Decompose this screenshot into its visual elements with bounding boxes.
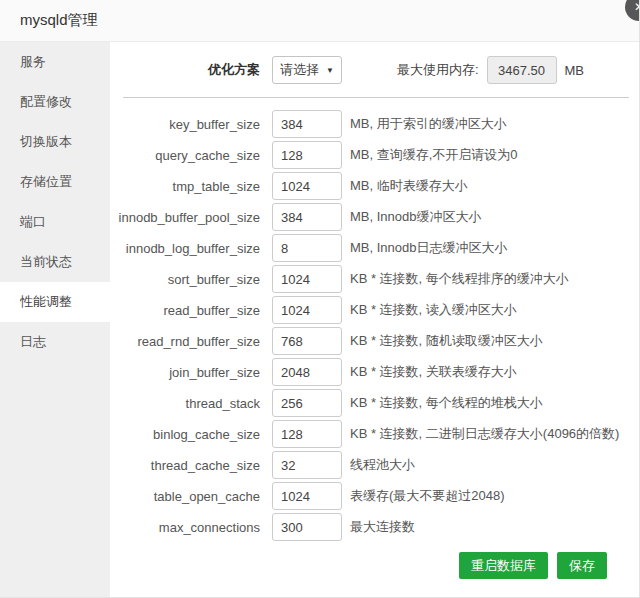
parameter-hint: MB, 用于索引的缓冲区大小 xyxy=(350,115,507,133)
parameter-row: table_open_cache 表缓存(最大不要超过2048) xyxy=(110,482,639,510)
parameter-row: query_cache_size MB, 查询缓存,不开启请设为0 xyxy=(110,141,639,169)
sidebar-item-1[interactable]: 配置修改 xyxy=(0,82,110,122)
optimizer-row: 优化方案 请选择 ▼ 最大使用内存: MB xyxy=(110,56,639,84)
parameter-row: join_buffer_size KB * 连接数, 关联表缓存大小 xyxy=(110,358,639,386)
parameter-row: sort_buffer_size KB * 连接数, 每个线程排序的缓冲大小 xyxy=(110,265,639,293)
divider xyxy=(123,97,629,98)
mysqld-manager-dialog: ✕ mysqld管理 服务配置修改切换版本存储位置端口当前状态性能调整日志 优化… xyxy=(0,0,640,598)
join_buffer_size-input[interactable] xyxy=(272,358,342,386)
optimizer-selected-value: 请选择 xyxy=(280,61,319,79)
parameter-name: tmp_table_size xyxy=(110,179,260,194)
optimizer-label: 优化方案 xyxy=(110,61,260,79)
parameter-name: read_buffer_size xyxy=(110,303,260,318)
max-memory-unit: MB xyxy=(565,63,585,78)
parameter-name: innodb_log_buffer_size xyxy=(110,241,260,256)
sidebar-item-0[interactable]: 服务 xyxy=(0,42,110,82)
parameter-name: key_buffer_size xyxy=(110,117,260,132)
parameter-row: innodb_log_buffer_size MB, Innodb日志缓冲区大小 xyxy=(110,234,639,262)
parameter-row: binlog_cache_size KB * 连接数, 二进制日志缓存大小(40… xyxy=(110,420,639,448)
parameter-name: thread_stack xyxy=(110,396,260,411)
parameter-hint: 线程池大小 xyxy=(350,456,415,474)
parameter-hint: MB, 临时表缓存大小 xyxy=(350,177,468,195)
innodb_buffer_pool_size-input[interactable] xyxy=(272,203,342,231)
parameter-row: read_rnd_buffer_size KB * 连接数, 随机读取缓冲区大小 xyxy=(110,327,639,355)
parameter-row: thread_cache_size 线程池大小 xyxy=(110,451,639,479)
binlog_cache_size-input[interactable] xyxy=(272,420,342,448)
read_rnd_buffer_size-input[interactable] xyxy=(272,327,342,355)
parameter-name: join_buffer_size xyxy=(110,365,260,380)
parameter-hint: 表缓存(最大不要超过2048) xyxy=(350,487,505,505)
read_buffer_size-input[interactable] xyxy=(272,296,342,324)
max-memory-field xyxy=(487,56,557,84)
parameter-hint: KB * 连接数, 读入缓冲区大小 xyxy=(350,301,517,319)
parameter-name: sort_buffer_size xyxy=(110,272,260,287)
max-memory-group: 最大使用内存: MB xyxy=(397,56,584,84)
parameter-row: tmp_table_size MB, 临时表缓存大小 xyxy=(110,172,639,200)
parameter-name: binlog_cache_size xyxy=(110,427,260,442)
sidebar-item-3[interactable]: 存储位置 xyxy=(0,162,110,202)
parameter-form: key_buffer_size MB, 用于索引的缓冲区大小 query_cac… xyxy=(110,110,639,541)
sidebar-item-6[interactable]: 性能调整 xyxy=(0,282,110,322)
parameter-row: max_connections 最大连接数 xyxy=(110,513,639,541)
performance-panel: 优化方案 请选择 ▼ 最大使用内存: MB key_buffer_size MB… xyxy=(110,42,639,598)
dialog-title: mysqld管理 xyxy=(20,11,98,30)
innodb_log_buffer_size-input[interactable] xyxy=(272,234,342,262)
restart-database-button[interactable]: 重启数据库 xyxy=(459,552,548,579)
parameter-hint: KB * 连接数, 每个线程的堆栈大小 xyxy=(350,394,543,412)
query_cache_size-input[interactable] xyxy=(272,141,342,169)
parameter-name: table_open_cache xyxy=(110,489,260,504)
parameter-hint: KB * 连接数, 随机读取缓冲区大小 xyxy=(350,332,543,350)
parameter-name: read_rnd_buffer_size xyxy=(110,334,260,349)
parameter-row: innodb_buffer_pool_size MB, Innodb缓冲区大小 xyxy=(110,203,639,231)
thread_cache_size-input[interactable] xyxy=(272,451,342,479)
sort_buffer_size-input[interactable] xyxy=(272,265,342,293)
chevron-down-icon: ▼ xyxy=(326,66,334,75)
thread_stack-input[interactable] xyxy=(272,389,342,417)
parameter-name: max_connections xyxy=(110,520,260,535)
parameter-hint: KB * 连接数, 关联表缓存大小 xyxy=(350,363,517,381)
parameter-hint: MB, Innodb日志缓冲区大小 xyxy=(350,239,508,257)
sidebar-item-7[interactable]: 日志 xyxy=(0,322,110,362)
optimizer-select[interactable]: 请选择 ▼ xyxy=(272,56,342,84)
parameter-row: read_buffer_size KB * 连接数, 读入缓冲区大小 xyxy=(110,296,639,324)
sidebar-nav: 服务配置修改切换版本存储位置端口当前状态性能调整日志 xyxy=(0,42,110,598)
max-memory-label: 最大使用内存: xyxy=(397,61,479,79)
sidebar-item-4[interactable]: 端口 xyxy=(0,202,110,242)
save-button[interactable]: 保存 xyxy=(557,552,607,579)
parameter-hint: KB * 连接数, 二进制日志缓存大小(4096的倍数) xyxy=(350,425,619,443)
parameter-name: thread_cache_size xyxy=(110,458,260,473)
sidebar-item-5[interactable]: 当前状态 xyxy=(0,242,110,282)
dialog-titlebar: mysqld管理 xyxy=(0,0,639,42)
action-bar: 重启数据库 保存 xyxy=(110,552,639,579)
parameter-row: key_buffer_size MB, 用于索引的缓冲区大小 xyxy=(110,110,639,138)
parameter-name: innodb_buffer_pool_size xyxy=(110,210,260,225)
table_open_cache-input[interactable] xyxy=(272,482,342,510)
parameter-hint: KB * 连接数, 每个线程排序的缓冲大小 xyxy=(350,270,569,288)
parameter-name: query_cache_size xyxy=(110,148,260,163)
parameter-hint: 最大连接数 xyxy=(350,518,415,536)
parameter-hint: MB, Innodb缓冲区大小 xyxy=(350,208,482,226)
parameter-hint: MB, 查询缓存,不开启请设为0 xyxy=(350,146,518,164)
sidebar-item-2[interactable]: 切换版本 xyxy=(0,122,110,162)
key_buffer_size-input[interactable] xyxy=(272,110,342,138)
parameter-row: thread_stack KB * 连接数, 每个线程的堆栈大小 xyxy=(110,389,639,417)
max_connections-input[interactable] xyxy=(272,513,342,541)
tmp_table_size-input[interactable] xyxy=(272,172,342,200)
